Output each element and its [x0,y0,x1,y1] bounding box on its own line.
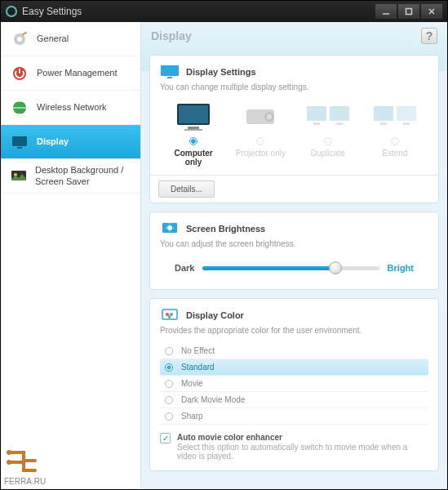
window-controls [375,4,442,19]
display-option-projector-only[interactable]: Projector only [232,100,289,167]
display-option-extend[interactable]: Extend [366,100,424,167]
color-option-no-effect[interactable]: No Effect [160,343,428,359]
main-panel: Display ? Display Settings You can chang… [141,22,447,489]
panel-subtitle: Provides the appropriate color for the u… [160,326,428,335]
option-label: Movie [181,379,203,388]
sidebar-item-label: General [37,33,69,44]
svg-rect-10 [17,147,22,149]
brightness-slider[interactable] [202,261,379,274]
option-label: Projector only [232,149,289,158]
brightness-max-label: Bright [379,263,422,273]
sidebar-item-general[interactable]: General [1,22,140,56]
slider-fill [202,266,335,270]
maximize-button[interactable] [398,4,419,19]
option-label: Dark Movie Mode [181,395,245,404]
option-label: Duplicate [299,149,357,158]
svg-rect-28 [380,122,387,125]
display-mode-options: Computer only Projector only Duplicate [160,100,428,167]
svg-rect-16 [179,105,208,123]
brightness-min-label: Dark [166,263,202,273]
extend-thumb-icon [366,100,424,134]
radio-indicator [256,137,264,145]
duplicate-thumb-icon [299,100,357,134]
titlebar: Easy Settings [1,1,447,22]
svg-rect-22 [307,106,326,121]
brightness-control: Dark Bright [160,256,428,279]
option-label: Extend [366,149,424,158]
radio-indicator [165,380,173,388]
main-header: Display ? [141,22,447,50]
brightness-icon [160,220,180,237]
slider-thumb[interactable] [329,261,342,274]
close-button[interactable] [421,4,442,19]
display-option-computer-only[interactable]: Computer only [165,100,222,167]
option-label: Sharp [181,412,203,421]
display-option-duplicate[interactable]: Duplicate [299,100,357,167]
details-button[interactable]: Details... [158,180,215,198]
computer-thumb-icon [165,100,222,134]
sidebar-item-power-management[interactable]: Power Management [1,56,140,91]
option-label: Computer only [165,149,222,167]
minimize-button[interactable] [375,4,397,19]
auto-enhance-desc: Select this option to automatically swit… [177,443,428,461]
desktop-icon [9,166,29,187]
app-window: Easy Settings General Power Management W… [0,0,448,490]
color-option-dark-movie-mode[interactable]: Dark Movie Mode [160,392,428,408]
page-title: Display [151,29,192,42]
sidebar-item-label: Power Management [37,68,117,78]
option-label: Standard [181,363,215,372]
sidebar-item-wireless-network[interactable]: Wireless Network [1,91,140,125]
screen-brightness-panel: Screen Brightness You can adjust the scr… [149,212,439,290]
radio-indicator [165,363,173,372]
svg-rect-9 [12,136,27,146]
svg-point-31 [167,225,172,230]
radio-indicator [165,412,173,421]
color-icon [160,307,180,323]
color-option-sharp[interactable]: Sharp [160,408,428,425]
color-mode-list: No Effect Standard Movie Dark Movie Mode [160,343,428,425]
auto-enhance-checkbox[interactable]: ✓ [160,433,171,443]
svg-rect-23 [330,106,349,121]
svg-rect-1 [406,9,412,15]
sidebar-item-label: Wireless Network [37,102,107,113]
option-label: No Effect [181,346,215,355]
details-bar: Details... [150,175,438,203]
sidebar: General Power Management Wireless Networ… [1,22,141,489]
svg-rect-25 [336,122,343,125]
display-settings-panel: Display Settings You can change multiple… [149,55,439,203]
svg-rect-18 [184,129,202,131]
radio-indicator [324,137,332,145]
auto-movie-enhancer-row: ✓ Auto movie color enhancer Select this … [160,433,428,461]
globe-icon [9,97,30,118]
sidebar-item-display[interactable]: Display [1,125,140,159]
sidebar-item-desktop-background[interactable]: Desktop Background / Screen Saver [1,159,140,194]
svg-rect-13 [161,65,179,76]
auto-enhance-title: Auto movie color enhancer [177,433,428,442]
panel-title: Display Color [160,307,428,323]
radio-indicator [189,137,197,145]
radio-indicator [165,347,173,355]
svg-point-39 [168,315,171,318]
svg-rect-27 [397,106,416,121]
help-button[interactable]: ? [421,28,437,44]
panel-title: Display Settings [160,64,428,80]
color-option-movie[interactable]: Movie [160,376,428,392]
svg-rect-14 [167,77,172,78]
power-icon [9,63,30,84]
svg-point-21 [267,114,272,119]
auto-enhance-text: Auto movie color enhancer Select this op… [177,433,428,461]
window-title: Easy Settings [22,6,375,17]
sidebar-item-label: Display [37,136,69,147]
svg-rect-17 [188,127,199,129]
radio-indicator [165,396,173,404]
svg-point-5 [17,37,22,42]
panel-subtitle: You can change multiple display settings… [160,82,428,91]
svg-rect-29 [403,122,410,125]
monitor-icon [9,131,30,153]
app-icon [6,6,17,17]
color-option-standard[interactable]: Standard [160,359,428,376]
projector-thumb-icon [232,100,289,134]
panel-title-text: Screen Brightness [186,224,265,234]
monitor-icon [160,64,180,80]
svg-rect-26 [374,106,393,121]
